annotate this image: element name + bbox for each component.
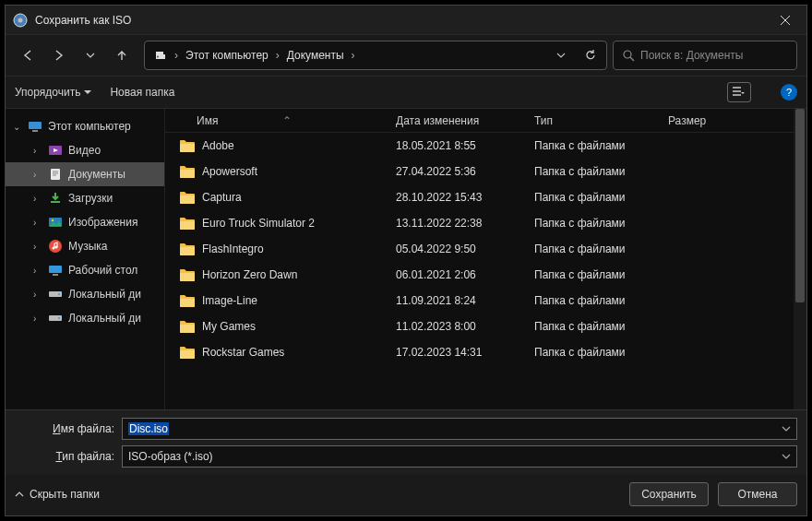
folder-icon — [180, 243, 195, 255]
recent-dropdown[interactable] — [78, 42, 103, 68]
svg-point-3 — [624, 51, 631, 58]
expand-icon[interactable]: › — [33, 314, 42, 324]
column-headers: Имя⌃ Дата изменения Тип Размер — [165, 109, 794, 133]
tree-label: Видео — [68, 144, 101, 157]
folder-icon — [180, 192, 195, 204]
row-type: Папка с файлами — [534, 243, 668, 255]
row-name: FlashIntegro — [202, 243, 264, 255]
expand-icon[interactable]: › — [33, 218, 42, 228]
refresh-button[interactable] — [575, 49, 606, 62]
row-type: Папка с файлами — [534, 217, 668, 230]
tree-item[interactable]: ›Видео — [6, 138, 164, 162]
svg-rect-13 — [49, 266, 62, 273]
expand-icon[interactable]: › — [33, 290, 42, 300]
up-button[interactable] — [109, 42, 135, 68]
row-type: Папка с файлами — [534, 294, 668, 307]
tree-icon — [48, 239, 63, 254]
breadcrumb-folder[interactable]: Документы — [283, 49, 348, 62]
table-row[interactable]: Apowersoft27.04.2022 5:36Папка с файлами — [165, 159, 794, 184]
expand-icon[interactable]: › — [33, 194, 42, 204]
sort-asc-icon: ⌃ — [282, 114, 292, 127]
table-row[interactable]: Adobe18.05.2021 8:55Папка с файлами — [165, 133, 794, 159]
row-date: 28.10.2022 15:43 — [396, 191, 534, 204]
row-date: 11.02.2023 8:00 — [396, 320, 534, 333]
row-type: Папка с файлами — [534, 139, 668, 152]
row-type: Папка с файлами — [534, 165, 668, 178]
chevron-down-icon[interactable] — [782, 452, 791, 461]
table-row[interactable]: Rockstar Games17.02.2023 14:31Папка с фа… — [165, 339, 794, 365]
view-menu[interactable] — [727, 82, 751, 102]
svg-rect-7 — [51, 169, 60, 180]
tree-item[interactable]: ›Музыка — [6, 234, 164, 258]
tree-label: Рабочий стол — [68, 264, 137, 277]
save-button[interactable]: Сохранить — [629, 482, 709, 506]
folder-icon — [180, 269, 195, 281]
organize-menu[interactable]: Упорядочить — [15, 86, 91, 99]
row-date: 27.04.2022 5:36 — [396, 165, 534, 178]
scrollbar[interactable] — [794, 109, 806, 409]
table-row[interactable]: My Games11.02.2023 8:00Папка с файлами — [165, 314, 794, 339]
svg-point-2 — [157, 56, 159, 58]
tree-icon — [48, 287, 63, 302]
col-name[interactable]: Имя⌃ — [165, 114, 396, 127]
tree-label: Изображения — [68, 216, 137, 229]
folder-icon — [180, 321, 195, 333]
breadcrumb-root-icon[interactable] — [150, 49, 171, 62]
expand-icon[interactable]: › — [33, 146, 42, 156]
table-row[interactable]: Horizon Zero Dawn06.01.2021 2:06Папка с … — [165, 262, 794, 288]
col-type[interactable]: Тип — [534, 114, 668, 127]
hide-folders-toggle[interactable]: Скрыть папки — [15, 488, 100, 501]
tree-icon — [48, 263, 63, 278]
table-row[interactable]: Captura28.10.2022 15:43Папка с файлами — [165, 184, 794, 210]
svg-point-18 — [58, 317, 60, 319]
chevron-down-icon[interactable] — [782, 424, 791, 433]
table-row[interactable]: Euro Truck Simulator 213.11.2022 22:38Па… — [165, 210, 794, 236]
filetype-label: Тип файла: — [15, 450, 114, 463]
tree-item[interactable]: ›Изображения — [6, 210, 164, 234]
tree-item[interactable]: ›Рабочий стол — [6, 258, 164, 282]
table-row[interactable]: Image-Line11.09.2021 8:24Папка с файлами — [165, 288, 794, 314]
tree-label: Загрузки — [68, 192, 113, 205]
col-date[interactable]: Дата изменения — [396, 114, 534, 127]
address-bar[interactable]: › Этот компьютер › Документы › — [144, 41, 607, 70]
tree-item[interactable]: ›Загрузки — [6, 186, 164, 210]
expand-icon[interactable]: › — [33, 242, 42, 252]
svg-point-9 — [52, 219, 54, 222]
expand-icon[interactable]: › — [33, 266, 42, 276]
tree-root[interactable]: ⌄ Этот компьютер — [6, 114, 164, 138]
table-row[interactable]: FlashIntegro05.04.2022 9:50Папка с файла… — [165, 236, 794, 262]
collapse-icon[interactable]: ⌄ — [13, 122, 22, 132]
forward-button[interactable] — [46, 42, 72, 68]
breadcrumb-root[interactable]: Этот компьютер — [182, 49, 272, 62]
tree-item[interactable]: ›Локальный ди — [6, 282, 164, 306]
close-button[interactable] — [764, 6, 806, 35]
tree-item[interactable]: ›Локальный ди — [6, 306, 164, 330]
help-button[interactable]: ? — [781, 84, 797, 101]
chevron-right-icon[interactable]: › — [348, 49, 359, 62]
titlebar: Сохранить как ISO — [6, 6, 806, 35]
file-list: Имя⌃ Дата изменения Тип Размер Adobe18.0… — [164, 109, 794, 409]
address-dropdown[interactable] — [547, 51, 575, 60]
back-button[interactable] — [15, 42, 41, 68]
search-input[interactable]: Поиск в: Документы — [613, 41, 797, 70]
row-name: Apowersoft — [202, 165, 257, 178]
svg-rect-5 — [32, 130, 38, 132]
col-size[interactable]: Размер — [668, 114, 742, 127]
row-name: Rockstar Games — [202, 346, 284, 359]
filename-input[interactable]: Disc.iso — [122, 418, 797, 440]
tree-label: Музыка — [68, 240, 107, 253]
tree-item[interactable]: ›Документы — [6, 162, 164, 186]
save-dialog: Сохранить как ISO › Этот компьютер › Док… — [5, 5, 807, 516]
scrollbar-thumb[interactable] — [795, 109, 805, 302]
nav-tree: ⌄ Этот компьютер ›Видео›Документы›Загруз… — [6, 109, 164, 409]
chevron-right-icon[interactable]: › — [171, 49, 182, 62]
filetype-select[interactable]: ISO-образ (*.iso) — [122, 445, 797, 468]
tree-label: Документы — [68, 168, 125, 181]
row-name: Image-Line — [202, 294, 257, 307]
chevron-right-icon[interactable]: › — [272, 49, 283, 62]
expand-icon[interactable]: › — [33, 170, 42, 180]
cancel-button[interactable]: Отмена — [718, 482, 797, 506]
row-date: 18.05.2021 8:55 — [396, 139, 534, 152]
new-folder-button[interactable]: Новая папка — [110, 86, 174, 99]
row-name: Euro Truck Simulator 2 — [202, 217, 315, 230]
